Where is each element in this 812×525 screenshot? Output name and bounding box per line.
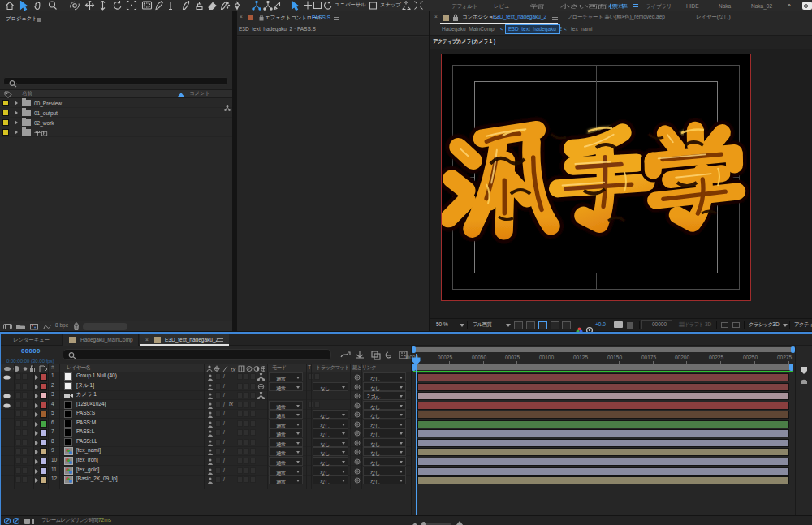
svg-text:fx: fx bbox=[231, 366, 236, 372]
